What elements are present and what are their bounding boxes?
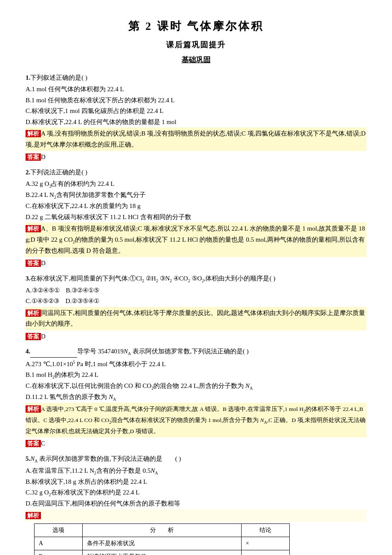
q1-jiexi-content: A 项,没有指明物质所处的状况,错误;B 项,没有指明物质所处的状态,错误;C … bbox=[26, 130, 366, 148]
table-header-option: 选项 bbox=[35, 524, 83, 537]
table-cell-analysis-b: 标准状况下水不是气体 bbox=[83, 550, 241, 555]
q3-options-cd: C.①④⑤②③ D.②③⑤④① bbox=[26, 296, 366, 307]
q1-text: 1.下列叙述正确的是( ) bbox=[26, 72, 366, 84]
q4-answer-value: C bbox=[41, 440, 45, 447]
q3-jiexi-content: 同温同压下,相同质量的任何气体,体积比等于摩尔质量的反比。因此,题述气体体积由大… bbox=[26, 309, 365, 327]
q3-answer-block: 答案D bbox=[26, 331, 366, 342]
question-5: 5.NA 表示阿伏加德罗常数的值,下列说法正确的是 ( ) A.在常温常压下,1… bbox=[26, 454, 366, 555]
q2-option-d: D.22 g 二氧化碳与标准状况下 11.2 L HCl 含有相同的分子数 bbox=[26, 212, 366, 223]
q5-jiexi-label: 解析 bbox=[26, 512, 41, 519]
q1-jiexi-block: 解析A 项,没有指明物质所处的状况,错误;B 项,没有指明物质所处的状态,错误;… bbox=[26, 127, 366, 151]
q3-option-cd: C.①④⑤②③ D.②③⑤④① bbox=[26, 296, 99, 307]
question-2: 2.下列说法正确的是( ) A.32 g O2占有的体积约为 22.4 L B.… bbox=[26, 167, 366, 269]
q3-jiexi-label: 解析 bbox=[26, 309, 41, 317]
q4-option-c: C.在标准状况下,以任何比例混合的 CO 和 CO2的混合物 22.4 L,所含… bbox=[26, 381, 366, 392]
q4-option-a: A.273 ℃,1.01×105 Pa 时,1 mol 气体体积小于 22.4 … bbox=[26, 358, 366, 370]
q4-option-d: D.11.2 L 氢气所含的原子数为 NA bbox=[26, 392, 366, 403]
q2-jiexi-block: 解析A、B 项没有指明是标准状况,错误;C 项,标准状况下水不呈气态,所以 22… bbox=[26, 223, 366, 257]
q1-option-b: B.1 mol 任何物质在标准状况下所占的体积都为 22.4 L bbox=[26, 95, 366, 106]
q1-answer-block: 答案D bbox=[26, 152, 366, 163]
table-row: A 条件不是标准状况 × bbox=[35, 537, 290, 550]
q5-option-b: B.标准状况下,18 g 水所占的体积约是 22.4 L bbox=[26, 477, 366, 488]
q1-number: 1. bbox=[26, 74, 30, 81]
q4-jiexi-label: 解析 bbox=[26, 405, 41, 413]
page-title-main: 第 2 课时 气体摩尔体积 bbox=[26, 17, 366, 36]
question-3: 3.在标准状况下,相同质量的下列气体:①Cl2 ②H2 ③N2 ④CO2 ⑤O2… bbox=[26, 273, 366, 342]
q2-option-c: C.在标准状况下,22.4 L 水的质量约为 18 g bbox=[26, 201, 366, 212]
table-row: B 标准状况下水不是气体 × bbox=[35, 550, 290, 555]
q4-option-b: B.1 mol H2的体积为 22.4 L bbox=[26, 370, 366, 381]
page-title-section: 基础巩固 bbox=[26, 54, 366, 66]
question-4: 4. 导学号 35474019NA 表示阿伏加德罗常数,下列说法正确的是( ) … bbox=[26, 346, 366, 449]
q3-answer-label: 答案 bbox=[26, 333, 41, 340]
q5-options: A.在常温常压下,11.2 L N2含有的分子数是 0.5NA B.标准状况下,… bbox=[26, 465, 366, 509]
q4-text: 4. 导学号 35474019NA 表示阿伏加德罗常数,下列说法正确的是( ) bbox=[26, 346, 366, 358]
q2-text: 2.下列说法正确的是( ) bbox=[26, 167, 366, 178]
q5-jiexi-block: 解析 bbox=[26, 509, 366, 522]
q3-answer-value: D bbox=[41, 333, 46, 340]
q4-options: A.273 ℃,1.01×105 Pa 时,1 mol 气体体积小于 22.4 … bbox=[26, 358, 366, 403]
q3-options: A.③②④⑤① B.③②④①⑤ bbox=[26, 285, 366, 296]
q4-answer-label: 答案 bbox=[26, 440, 41, 447]
q1-option-d: D.标准状况下,22.4 L 的任何气体的物质的量都是 1 mol bbox=[26, 117, 366, 128]
q2-jiexi-label: 解析 bbox=[26, 225, 41, 232]
q4-jiexi-content: A 选项中,273 ℃高于 0 ℃,温度升高,气体分子间的距离增大,故 A 错误… bbox=[26, 406, 366, 434]
q5-analysis-table: 选项 分 析 结论 A 条件不是标准状况 × B 标准状况下水不是气体 × bbox=[34, 523, 290, 555]
table-cell-conclusion-a: × bbox=[241, 537, 289, 550]
table-cell-option-b: B bbox=[35, 550, 83, 555]
q3-option-ab: A.③②④⑤① B.③②④①⑤ bbox=[26, 285, 99, 296]
page-title-sub: 课后篇巩固提升 bbox=[26, 38, 366, 52]
q5-option-c: C.32 g O2在标准状况下的体积约是 22.4 L bbox=[26, 487, 366, 498]
table-header-conclusion: 结论 bbox=[241, 524, 289, 537]
q4-jiexi-block: 解析A 选项中,273 ℃高于 0 ℃,温度升高,气体分子间的距离增大,故 A … bbox=[26, 403, 366, 437]
q3-text: 3.在标准状况下,相同质量的下列气体:①Cl2 ②H2 ③N2 ④CO2 ⑤O2… bbox=[26, 273, 366, 284]
q1-jiexi-label: 解析 bbox=[26, 130, 41, 137]
q2-option-b: B.22.4 L N2含有阿伏加德罗常数个氮气分子 bbox=[26, 190, 366, 201]
q2-answer-block: 答案D bbox=[26, 258, 366, 269]
q2-jiexi-content: A、B 项没有指明是标准状况,错误;C 项,标准状况下水不呈气态,所以 22.4… bbox=[26, 225, 365, 254]
q5-option-a: A.在常温常压下,11.2 L N2含有的分子数是 0.5NA bbox=[26, 465, 366, 477]
q2-answer-value: D bbox=[41, 260, 46, 266]
q5-text: 5.NA 表示阿伏加德罗常数的值,下列说法正确的是 ( ) bbox=[26, 454, 366, 465]
table-cell-conclusion-b: × bbox=[241, 550, 289, 555]
q2-answer-label: 答案 bbox=[26, 260, 41, 267]
q3-jiexi-block: 解析同温同压下,相同质量的任何气体,体积比等于摩尔质量的反比。因此,题述气体体积… bbox=[26, 307, 366, 330]
table-cell-analysis-a: 条件不是标准状况 bbox=[83, 537, 241, 550]
q1-options: A.1 mol 任何气体的体积都为 22.4 L B.1 mol 任何物质在标准… bbox=[26, 84, 366, 127]
question-1: 1.下列叙述正确的是( ) A.1 mol 任何气体的体积都为 22.4 L B… bbox=[26, 72, 366, 163]
q1-answer-label: 答案 bbox=[26, 153, 41, 161]
q2-option-a: A.32 g O2占有的体积约为 22.4 L bbox=[26, 179, 366, 190]
q5-option-d: D.在同温同压下,相同体积的任何气体所含的原子数相等 bbox=[26, 498, 366, 509]
q2-options: A.32 g O2占有的体积约为 22.4 L B.22.4 L N2含有阿伏加… bbox=[26, 179, 366, 223]
table-header-analysis: 分 析 bbox=[83, 524, 241, 537]
table-cell-option-a: A bbox=[35, 537, 83, 550]
q4-answer-block: 答案C bbox=[26, 438, 366, 449]
q1-option-c: C.标准状况下,1 mol 四氯化碳所占的体积是 22.4 L bbox=[26, 106, 366, 117]
q1-option-a: A.1 mol 任何气体的体积都为 22.4 L bbox=[26, 84, 366, 95]
q1-answer-value: D bbox=[41, 153, 46, 160]
